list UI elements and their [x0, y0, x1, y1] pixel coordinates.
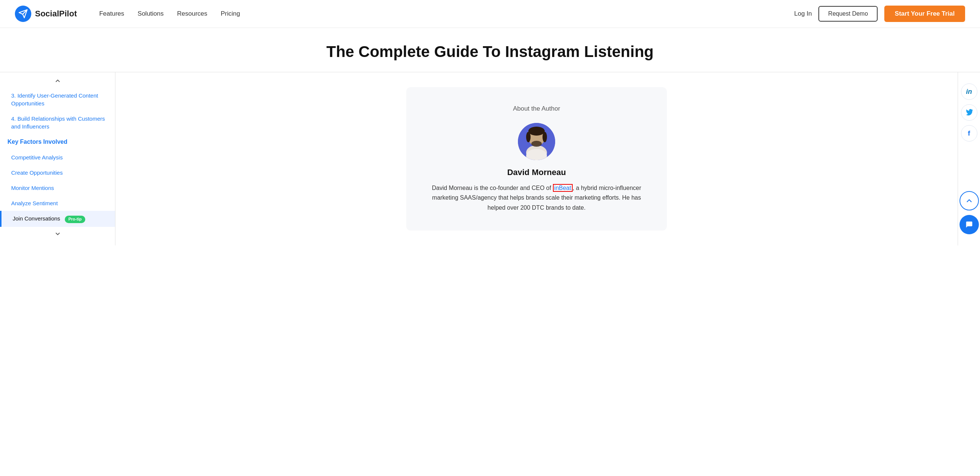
sidebar-item-ugc[interactable]: 3. Identify User-Generated Content Oppor…	[0, 88, 115, 111]
inbeat-link[interactable]: inBeat	[553, 184, 573, 192]
nav-solutions[interactable]: Solutions	[138, 10, 164, 18]
request-demo-button[interactable]: Request Demo	[818, 6, 878, 22]
main-nav: Features Solutions Resources Pricing	[99, 10, 240, 18]
nav-resources[interactable]: Resources	[177, 10, 207, 18]
author-name: David Morneau	[429, 167, 644, 177]
social-sidebar: in f	[958, 72, 980, 245]
content-area: About the Author	[115, 72, 958, 245]
sidebar-item-create-opportunities[interactable]: Create Opportunities	[0, 165, 115, 180]
nav-features[interactable]: Features	[99, 10, 124, 18]
sidebar-item-key-factors[interactable]: Key Factors Involved	[0, 134, 115, 150]
svg-point-3	[528, 127, 545, 135]
svg-point-6	[531, 141, 542, 147]
sidebar-item-join-conversations[interactable]: Join Conversations Pro-tip	[0, 211, 115, 226]
sidebar: 3. Identify User-Generated Content Oppor…	[0, 72, 115, 245]
page-title: The Complete Guide To Instagram Listenin…	[8, 43, 972, 61]
author-card: About the Author	[406, 87, 667, 231]
chat-button[interactable]	[959, 215, 979, 234]
sidebar-item-competitive[interactable]: Competitive Analysis	[0, 150, 115, 165]
logo[interactable]: SocialPilot	[15, 6, 77, 22]
nav-pricing[interactable]: Pricing	[221, 10, 240, 18]
header: SocialPilot Features Solutions Resources…	[0, 0, 980, 28]
linkedin-button[interactable]: in	[961, 83, 977, 100]
logo-icon	[15, 6, 31, 22]
sidebar-item-analyze-sentiment[interactable]: Analyze Sentiment	[0, 196, 115, 211]
twitter-button[interactable]	[961, 104, 977, 121]
author-bio: David Morneau is the co-founder and CEO …	[429, 183, 644, 213]
author-avatar	[518, 123, 555, 160]
sidebar-item-relationships[interactable]: 4. Build Relationships with Customers an…	[0, 111, 115, 134]
svg-point-4	[526, 132, 531, 142]
facebook-button[interactable]: f	[961, 125, 977, 142]
header-actions: Log In Request Demo Start Your Free Tria…	[794, 6, 965, 22]
hero-section: The Complete Guide To Instagram Listenin…	[0, 28, 980, 72]
svg-point-5	[542, 132, 547, 142]
sidebar-expand-button[interactable]	[0, 227, 115, 242]
free-trial-button[interactable]: Start Your Free Trial	[884, 6, 965, 22]
logo-text: SocialPilot	[35, 9, 77, 19]
login-link[interactable]: Log In	[794, 10, 812, 18]
sidebar-item-monitor-mentions[interactable]: Monitor Mentions	[0, 180, 115, 196]
author-section-label: About the Author	[429, 105, 644, 113]
pro-tip-badge: Pro-tip	[65, 216, 85, 223]
scroll-top-button[interactable]	[959, 191, 979, 210]
sidebar-collapse-button[interactable]	[0, 72, 115, 88]
main-layout: 3. Identify User-Generated Content Oppor…	[0, 72, 980, 245]
